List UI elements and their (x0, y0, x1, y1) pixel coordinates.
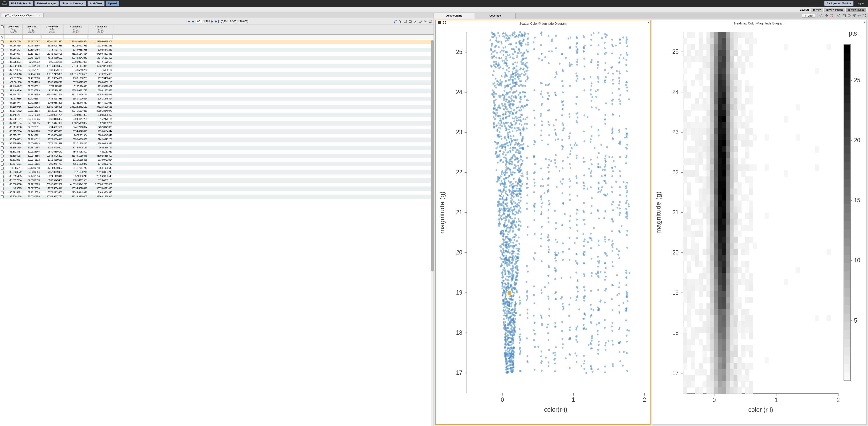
table-row[interactable]: -36.361778462.09888565606.57454687301.09… (0, 178, 434, 183)
table-row[interactable]: -37.144074662.53973699225.18481323588.64… (0, 89, 434, 93)
filter-input[interactable] (5, 35, 22, 39)
add-chart-button[interactable]: Add Chart (88, 1, 104, 6)
table-row[interactable]: -37.142155462.51099554117.414769338187.5… (0, 122, 434, 126)
table-row[interactable]: -37.084947762.397662315046.821870593529.… (0, 52, 434, 56)
table-row[interactable]: -36.363867262.020966417652.074908329123.… (0, 170, 434, 174)
row-checkbox[interactable] (1, 85, 4, 88)
filter-toggle-icon[interactable] (393, 19, 397, 23)
filter-chart-icon[interactable] (852, 13, 856, 18)
table-row[interactable]: -37.084883462.46457856622.609393553012.5… (0, 44, 434, 48)
table-row[interactable]: -37.081956462.28520118563.687910315848.5… (0, 68, 434, 72)
heatmap-chart[interactable]: × Heatmap Color-Magnitude Diagram 171819… (652, 20, 867, 425)
filter-input[interactable] (41, 35, 63, 39)
logout-link[interactable]: Logout (855, 2, 866, 5)
table-row[interactable]: -37.108708462.467109792761.2901927134491… (0, 40, 434, 44)
table-row[interactable]: -36.515130262.24961616592.46368489477.93… (0, 134, 434, 138)
table-row[interactable]: -37.140424762.32558221722.2953723256.276… (0, 85, 434, 89)
table-row[interactable]: -36.36554762.12995481714.95189673141.701… (0, 166, 434, 170)
row-checkbox[interactable] (1, 61, 4, 64)
row-checkbox[interactable] (1, 183, 4, 186)
upload-button[interactable]: Upload (106, 1, 119, 6)
close-chart-icon[interactable]: × (864, 21, 866, 24)
row-checkbox[interactable] (1, 77, 4, 80)
row-checkbox[interactable] (1, 93, 4, 96)
row-checkbox[interactable] (1, 195, 4, 198)
row-checkbox[interactable] (1, 126, 4, 129)
single-layout-icon[interactable] (438, 21, 441, 25)
page-input[interactable] (195, 20, 202, 23)
table-row[interactable]: -37.08128862.37649061588.39282283173.022… (0, 81, 434, 85)
table-row[interactable]: -37.084142762.5360486773.74137471139.053… (0, 48, 434, 52)
save-icon[interactable] (408, 19, 412, 23)
col-header[interactable]: coord_dec(deg)double (4, 25, 23, 34)
table-row[interactable]: -36.361562.097357611272.5554348103394.55… (0, 187, 434, 191)
table-row[interactable]: -37.081652762.45715284613.488019229148.3… (0, 56, 434, 60)
table-row[interactable]: -37.138374362.40236881204.038329612326.4… (0, 101, 434, 105)
table-row[interactable]: -37.134545262.301419419532.65786128771.5… (0, 109, 434, 113)
table-row[interactable]: -36.366610362.16918121772.48063425252.08… (0, 138, 434, 142)
save-chart-icon[interactable] (842, 13, 846, 18)
row-checkbox[interactable] (1, 48, 4, 52)
row-checkbox[interactable] (1, 106, 4, 108)
add-column-icon[interactable] (413, 19, 417, 23)
table-row[interactable]: -36.400143862.075775920263.967773341713.… (0, 195, 434, 199)
grid-layout-icon[interactable] (443, 21, 446, 25)
col-header[interactable]: r_calibFlux(nJy)double (88, 25, 113, 34)
rsp-tap-search-button[interactable]: RSP TAP Search (9, 1, 33, 6)
table-row[interactable]: -37.138762262.383365969547.037224595010.… (0, 93, 434, 97)
prev-page-icon[interactable]: ◀ (191, 20, 194, 23)
zoom-in-icon[interactable] (819, 13, 823, 18)
col-header[interactable]: i_calibFlux(nJy)double (63, 25, 88, 34)
row-checkbox[interactable] (1, 167, 4, 170)
row-checkbox[interactable] (1, 134, 4, 137)
pin-chart-button[interactable]: Pin Chart (802, 14, 815, 18)
table-row[interactable]: -37.080115662.293793933119.388695758844.… (0, 64, 434, 68)
row-checkbox[interactable] (1, 138, 4, 141)
first-page-icon[interactable]: ❙◀ (185, 20, 190, 23)
layout-triview[interactable]: Tri-view (811, 8, 823, 12)
table-row[interactable]: -37.13955562.4296667436.89979361650.7026… (0, 97, 434, 101)
table-row[interactable]: -36.372445362.09251462880.55691724849.80… (0, 150, 434, 154)
row-checkbox[interactable] (1, 163, 4, 166)
row-checkbox[interactable] (1, 110, 4, 112)
row-checkbox[interactable] (1, 175, 4, 178)
external-catalogs-button[interactable]: External Catalogs (60, 1, 86, 6)
row-checkbox[interactable] (1, 191, 4, 194)
row-checkbox[interactable] (1, 122, 4, 125)
table-row[interactable]: -37.07723662.48708081313.33545661866.160… (0, 76, 434, 81)
col-header[interactable]: coord_ra(deg)double (23, 25, 41, 34)
text-view-icon[interactable]: T (403, 19, 407, 23)
settings-icon[interactable] (423, 19, 427, 23)
table-row[interactable]: -37.079031662.484592838012.7495359303315… (0, 72, 434, 76)
external-images-button[interactable]: External Images (34, 1, 59, 6)
table-row[interactable]: -36.362543562.17929946024.1469416103571.… (0, 174, 434, 178)
table-row[interactable]: -36.391547162.101565913279.473338522344.… (0, 191, 434, 195)
last-page-icon[interactable]: ▶❙ (215, 20, 220, 23)
close-tab-icon[interactable]: × (39, 14, 40, 17)
row-checkbox[interactable] (1, 179, 4, 182)
row-checkbox[interactable] (1, 142, 4, 145)
table-row[interactable]: -36.368606362.097388519644.342520241679.… (0, 154, 434, 158)
row-checkbox[interactable] (1, 53, 4, 56)
restore-icon[interactable] (847, 13, 851, 18)
row-checkbox[interactable] (1, 57, 4, 60)
app-logo-icon[interactable] (2, 1, 7, 6)
table-row[interactable]: -37.060190162.3046325866.01050079094.494… (0, 118, 434, 122)
row-checkbox[interactable] (1, 101, 4, 104)
filter-input[interactable] (23, 35, 40, 39)
table-row[interactable]: -36.515299462.24811283937.915509319854.6… (0, 130, 434, 134)
row-checkbox[interactable] (1, 81, 4, 84)
table-body[interactable]: -37.108708462.467109792761.2901927134491… (0, 40, 434, 426)
filter-icon[interactable] (398, 19, 402, 23)
pan-icon[interactable] (824, 13, 828, 18)
col-header[interactable]: g_calibFlux(nJy)double (41, 25, 63, 34)
row-checkbox[interactable] (1, 146, 4, 149)
row-checkbox[interactable] (1, 187, 4, 190)
info-icon[interactable]: i (418, 19, 422, 23)
row-checkbox[interactable] (1, 89, 4, 92)
layout-biview-tables[interactable]: Bi-view Tables (846, 8, 866, 12)
layout-biview-images[interactable]: Bi-view Images (824, 8, 845, 12)
table-row[interactable]: -36.371046762.09791321116.466066612117.6… (0, 158, 434, 162)
table-row[interactable]: -37.078367162.2922026965.68217850990.093… (0, 60, 434, 64)
table-row[interactable]: -36.374620162.0911105396.27577314856.199… (0, 162, 434, 166)
